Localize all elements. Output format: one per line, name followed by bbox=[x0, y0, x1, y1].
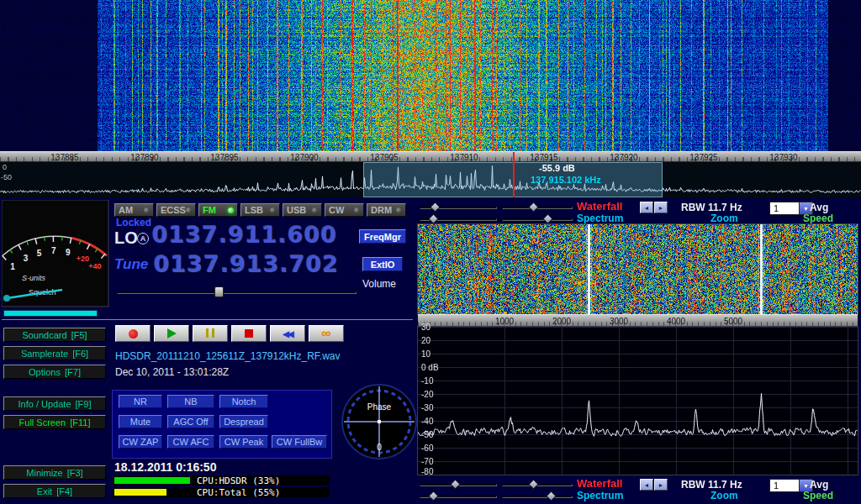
pause-button[interactable] bbox=[193, 325, 228, 342]
phase-zero-label: 0 bbox=[377, 443, 382, 452]
brightness-slider2-thumb-bottom[interactable] bbox=[546, 491, 557, 501]
zoom-frequency-ruler[interactable]: 1000 2000 3000 4000 5000 bbox=[418, 314, 858, 327]
loop-button[interactable]: ∞ bbox=[309, 325, 344, 342]
main-waterfall-display[interactable] bbox=[0, 0, 861, 151]
tune-frequency-display[interactable]: 0137.913.702 bbox=[154, 251, 339, 277]
db-scale-label: -10 bbox=[421, 376, 433, 386]
brightness-slider2-track-bottom[interactable] bbox=[502, 496, 573, 498]
speed-label-bottom: Speed bbox=[803, 490, 833, 501]
soundcard-label: Soundcard bbox=[22, 330, 66, 340]
db-scale-label: -30 bbox=[421, 403, 433, 412]
smeter-scale-7: 7 bbox=[51, 246, 56, 255]
recording-filename: HDSDR_20111210_125611Z_137912kHz_RF.wav bbox=[115, 350, 341, 362]
contrast-slider-thumb-bottom[interactable] bbox=[450, 479, 461, 490]
despread-label: Despread bbox=[224, 417, 264, 427]
cw-afc-button[interactable]: CW AFC bbox=[167, 435, 214, 449]
cw-peak-button[interactable]: CW Peak bbox=[219, 435, 268, 449]
lsb-led-icon bbox=[270, 207, 276, 213]
mode-selector: AM ECSS FM LSB USB CW DRM bbox=[114, 203, 406, 217]
mode-ecss-button[interactable]: ECSS bbox=[156, 203, 196, 217]
minimize-key: [F3] bbox=[67, 468, 83, 478]
spectrum-label-top: Spectrum bbox=[577, 213, 623, 224]
brightness-slider-thumb-bottom[interactable] bbox=[528, 479, 539, 490]
agc-off-button[interactable]: AGC Off bbox=[167, 415, 214, 428]
cpu-total-text: CPU:Total (55%) bbox=[197, 487, 280, 498]
mode-cw-label: CW bbox=[329, 205, 344, 215]
extio-label: ExtIO bbox=[371, 260, 395, 270]
cw-zap-button[interactable]: CW ZAP bbox=[119, 435, 162, 449]
stop-button[interactable] bbox=[231, 325, 267, 342]
rbw-label-top: RBW 11.7 Hz bbox=[681, 202, 742, 213]
volume-slider-thumb[interactable] bbox=[214, 286, 224, 297]
cw-fullbw-button[interactable]: CW FullBw bbox=[272, 435, 327, 449]
contrast-slider2-thumb-bottom[interactable] bbox=[428, 491, 439, 501]
record-icon bbox=[129, 329, 138, 339]
loop-icon: ∞ bbox=[321, 328, 330, 339]
main-frequency-ruler[interactable]: 137885 137890 137895 137900 137905 13791… bbox=[0, 151, 861, 162]
brightness-slider2-thumb[interactable] bbox=[542, 213, 553, 224]
db-scale-label: -50 bbox=[421, 430, 433, 439]
options-key: [F7] bbox=[65, 367, 81, 377]
exit-button[interactable]: Exit[F4] bbox=[3, 484, 106, 498]
cpu-hdsdr-bar bbox=[114, 477, 190, 484]
minimize-label: Minimize bbox=[26, 468, 62, 478]
cpu-total-bar bbox=[114, 489, 166, 496]
mode-usb-button[interactable]: USB bbox=[283, 203, 322, 217]
mode-fm-button[interactable]: FM bbox=[198, 203, 238, 217]
lo-label: LO bbox=[114, 228, 138, 248]
stop-icon bbox=[245, 329, 253, 338]
pause-icon bbox=[204, 328, 216, 340]
cw-afc-label: CW AFC bbox=[173, 437, 209, 447]
zoom-spectrum-display[interactable] bbox=[418, 327, 858, 475]
soundcard-button[interactable]: Soundcard[F5] bbox=[3, 328, 106, 342]
mute-button[interactable]: Mute bbox=[119, 415, 162, 428]
volume-slider-track[interactable] bbox=[117, 291, 357, 294]
info-update-button[interactable]: Info / Update[F9] bbox=[3, 396, 106, 411]
freqmgr-button[interactable]: FreqMgr bbox=[359, 229, 406, 244]
mode-drm-button[interactable]: DRM bbox=[367, 203, 406, 217]
contrast-slider-thumb[interactable] bbox=[430, 202, 441, 213]
shift-right-button-top[interactable]: ► bbox=[654, 202, 668, 213]
fullscreen-button[interactable]: Full Screen[F11] bbox=[3, 415, 106, 429]
squelch-level-bar[interactable] bbox=[3, 310, 98, 317]
extio-button[interactable]: ExtIO bbox=[362, 257, 403, 271]
mode-am-button[interactable]: AM bbox=[114, 203, 154, 217]
locked-label: Locked bbox=[116, 217, 151, 228]
info-update-label: Info / Update bbox=[18, 399, 71, 409]
zoom-waterfall-display[interactable] bbox=[418, 224, 858, 314]
minimize-button[interactable]: Minimize[F3] bbox=[3, 465, 106, 480]
shift-left-button-bottom[interactable]: ◄ bbox=[640, 479, 653, 491]
nr-button[interactable]: NR bbox=[119, 395, 162, 408]
avg-label-bottom: Avg bbox=[810, 479, 828, 491]
contrast-slider2-thumb[interactable] bbox=[428, 213, 439, 224]
mode-cw-button[interactable]: CW bbox=[325, 203, 364, 217]
clock-display: 18.12.2011 0:16:50 bbox=[114, 460, 216, 474]
db-scale-label: -40 bbox=[421, 417, 433, 426]
rewind-button[interactable]: ◀◀ bbox=[270, 325, 305, 342]
zoom-freq-tick-label: 4000 bbox=[659, 316, 693, 327]
brightness-slider2-track[interactable] bbox=[502, 218, 573, 221]
shift-right-button-bottom[interactable]: ► bbox=[654, 479, 668, 491]
exit-key: [F4] bbox=[56, 486, 72, 496]
db-scale-label: -20 bbox=[421, 390, 433, 399]
play-button[interactable] bbox=[154, 325, 189, 342]
shift-left-button-top[interactable]: ◄ bbox=[640, 202, 653, 213]
waterfall-label-bottom: Waterfall bbox=[577, 477, 622, 490]
samplerate-button[interactable]: Samplerate[F6] bbox=[3, 346, 106, 360]
mode-lsb-button[interactable]: LSB bbox=[240, 203, 280, 217]
despread-button[interactable]: Despread bbox=[219, 415, 268, 428]
avg-label-top: Avg bbox=[810, 202, 828, 213]
lo-frequency-display[interactable]: 0137.911.600 bbox=[152, 222, 337, 248]
tune-cursor-line bbox=[513, 152, 515, 197]
nb-button[interactable]: NB bbox=[167, 395, 214, 408]
waterfall-label-top: Waterfall bbox=[577, 200, 622, 213]
speed-label-top: Speed bbox=[803, 213, 833, 224]
options-button[interactable]: Options[F7] bbox=[3, 365, 106, 379]
notch-button[interactable]: Notch bbox=[219, 395, 268, 408]
s-meter: 1 3 5 7 9 +20 +40 S-units Squelch bbox=[2, 200, 109, 307]
lo-lock-badge[interactable]: A bbox=[137, 233, 149, 244]
brightness-slider-thumb[interactable] bbox=[528, 202, 539, 213]
record-button[interactable] bbox=[115, 325, 151, 342]
mute-label: Mute bbox=[130, 417, 151, 427]
mode-fm-label: FM bbox=[203, 205, 216, 215]
